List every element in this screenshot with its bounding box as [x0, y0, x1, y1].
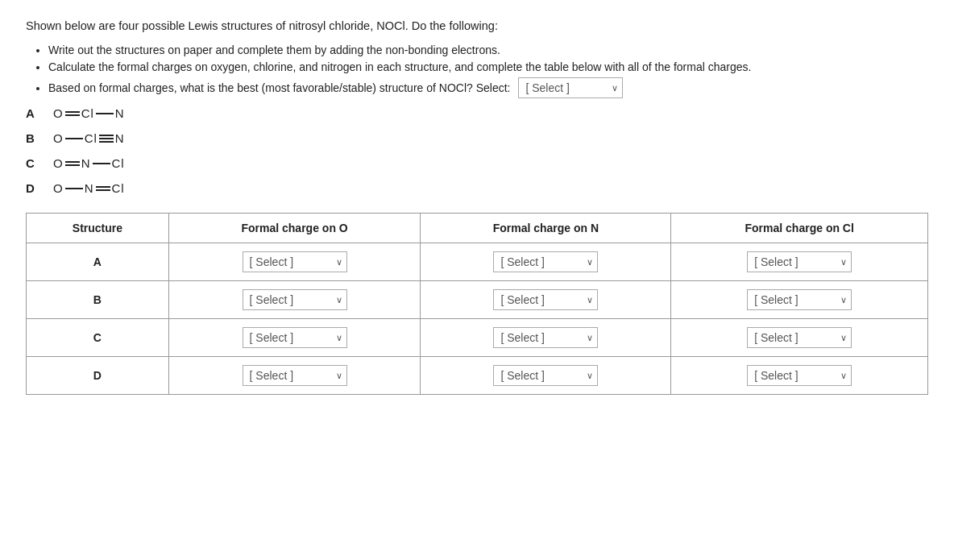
- double-bond-C: [65, 160, 80, 167]
- table-header-row: Structure Formal charge on O Formal char…: [27, 214, 928, 243]
- select-O-A[interactable]: [ Select ]-2-10+1+2: [243, 251, 347, 272]
- col-header-n: Formal charge on N: [421, 214, 671, 243]
- atom-N-D: N: [85, 181, 94, 195]
- atom-O-A: O: [53, 106, 64, 120]
- table-cell-N-D[interactable]: [ Select ]-2-10+1+2: [421, 357, 671, 395]
- select-N-C[interactable]: [ Select ]-2-10+1+2: [493, 327, 598, 348]
- single-bond-D: [65, 188, 83, 189]
- bullet-1: Write out the structures on paper and co…: [48, 44, 928, 56]
- atom-Cl-D: Cl: [112, 181, 125, 195]
- table-row: B[ Select ]-2-10+1+2[ Select ]-2-10+1+2[…: [27, 281, 928, 319]
- select-N-A[interactable]: [ Select ]-2-10+1+2: [493, 251, 598, 272]
- select-Cl-C[interactable]: [ Select ]-2-10+1+2: [747, 327, 852, 348]
- table-cell-N-C[interactable]: [ Select ]-2-10+1+2: [421, 319, 671, 357]
- structure-label-A: A: [26, 106, 44, 120]
- select-wrapper-O-B[interactable]: [ Select ]-2-10+1+2: [243, 289, 347, 310]
- structure-label-C: C: [26, 156, 44, 170]
- select-wrapper-Cl-A[interactable]: [ Select ]-2-10+1+2: [747, 251, 852, 272]
- triple-bond-B: [99, 134, 114, 143]
- atom-N-A: N: [115, 106, 125, 120]
- lewis-structure-A: O Cl N: [53, 106, 125, 120]
- atom-Cl-A: Cl: [81, 106, 94, 120]
- structures-section: A O Cl N B O Cl N C: [26, 106, 928, 195]
- atom-O-C: O: [53, 156, 64, 170]
- single-bond-B: [65, 138, 83, 139]
- best-structure-select-wrapper[interactable]: [ Select ] A B C D: [518, 81, 623, 94]
- bullet-3-text: Based on formal charges, what is the bes…: [48, 81, 510, 94]
- col-header-structure: Structure: [27, 214, 169, 243]
- intro-title: Shown below are four possible Lewis stru…: [26, 19, 928, 32]
- select-Cl-D[interactable]: [ Select ]-2-10+1+2: [747, 365, 852, 386]
- col-header-cl: Formal charge on Cl: [671, 214, 928, 243]
- select-wrapper-N-C[interactable]: [ Select ]-2-10+1+2: [493, 327, 598, 348]
- select-O-B[interactable]: [ Select ]-2-10+1+2: [243, 289, 347, 310]
- table-cell-Cl-D[interactable]: [ Select ]-2-10+1+2: [671, 357, 928, 395]
- bullet-list: Write out the structures on paper and co…: [26, 44, 928, 98]
- table-row: C[ Select ]-2-10+1+2[ Select ]-2-10+1+2[…: [27, 319, 928, 357]
- bullet-3-line: Based on formal charges, what is the bes…: [48, 77, 928, 98]
- table-cell-structure-C: C: [27, 319, 169, 357]
- select-N-B[interactable]: [ Select ]-2-10+1+2: [493, 289, 598, 310]
- table-row: D[ Select ]-2-10+1+2[ Select ]-2-10+1+2[…: [27, 357, 928, 395]
- double-bond-D: [96, 185, 110, 192]
- table-cell-O-A[interactable]: [ Select ]-2-10+1+2: [168, 243, 421, 281]
- double-bond-A: [65, 110, 80, 117]
- atom-O-B: O: [53, 131, 64, 145]
- select-Cl-A[interactable]: [ Select ]-2-10+1+2: [747, 251, 852, 272]
- best-structure-select-container[interactable]: [ Select ] A B C D: [518, 77, 623, 98]
- select-wrapper-Cl-B[interactable]: [ Select ]-2-10+1+2: [747, 289, 852, 310]
- select-O-C[interactable]: [ Select ]-2-10+1+2: [243, 327, 347, 348]
- structure-label-D: D: [26, 181, 44, 195]
- select-wrapper-Cl-C[interactable]: [ Select ]-2-10+1+2: [747, 327, 852, 348]
- col-header-o: Formal charge on O: [168, 214, 421, 243]
- table-cell-structure-B: B: [27, 281, 169, 319]
- atom-O-D: O: [53, 181, 64, 195]
- select-wrapper-N-A[interactable]: [ Select ]-2-10+1+2: [493, 251, 598, 272]
- atom-N-C: N: [81, 156, 91, 170]
- structure-row-D: D O N Cl: [26, 181, 928, 195]
- best-structure-select[interactable]: [ Select ] A B C D: [518, 77, 623, 98]
- table-cell-N-A[interactable]: [ Select ]-2-10+1+2: [421, 243, 671, 281]
- select-wrapper-O-C[interactable]: [ Select ]-2-10+1+2: [243, 327, 347, 348]
- table-cell-O-C[interactable]: [ Select ]-2-10+1+2: [168, 319, 421, 357]
- formal-charges-table: Structure Formal charge on O Formal char…: [26, 213, 928, 395]
- table-cell-Cl-A[interactable]: [ Select ]-2-10+1+2: [671, 243, 928, 281]
- structure-row-C: C O N Cl: [26, 156, 928, 170]
- table-row: A[ Select ]-2-10+1+2[ Select ]-2-10+1+2[…: [27, 243, 928, 281]
- select-Cl-B[interactable]: [ Select ]-2-10+1+2: [747, 289, 852, 310]
- table-cell-O-D[interactable]: [ Select ]-2-10+1+2: [168, 357, 421, 395]
- table-cell-O-B[interactable]: [ Select ]-2-10+1+2: [168, 281, 421, 319]
- structure-label-B: B: [26, 131, 44, 145]
- structure-row-B: B O Cl N: [26, 131, 928, 145]
- select-O-D[interactable]: [ Select ]-2-10+1+2: [243, 365, 347, 386]
- atom-N-B: N: [115, 131, 125, 145]
- table-cell-Cl-C[interactable]: [ Select ]-2-10+1+2: [671, 319, 928, 357]
- lewis-structure-D: O N Cl: [53, 181, 125, 195]
- bullet-2: Calculate the formal charges on oxygen, …: [48, 60, 928, 73]
- select-wrapper-O-D[interactable]: [ Select ]-2-10+1+2: [243, 365, 347, 386]
- lewis-structure-C: O N Cl: [53, 156, 125, 170]
- select-N-D[interactable]: [ Select ]-2-10+1+2: [493, 365, 598, 386]
- table-cell-N-B[interactable]: [ Select ]-2-10+1+2: [421, 281, 671, 319]
- select-wrapper-Cl-D[interactable]: [ Select ]-2-10+1+2: [747, 365, 852, 386]
- select-wrapper-N-D[interactable]: [ Select ]-2-10+1+2: [493, 365, 598, 386]
- single-bond-A: [96, 113, 114, 114]
- select-wrapper-N-B[interactable]: [ Select ]-2-10+1+2: [493, 289, 598, 310]
- atom-Cl-B: Cl: [85, 131, 97, 145]
- table-cell-Cl-B[interactable]: [ Select ]-2-10+1+2: [671, 281, 928, 319]
- table-cell-structure-A: A: [27, 243, 169, 281]
- structure-row-A: A O Cl N: [26, 106, 928, 120]
- atom-Cl-C: Cl: [112, 156, 125, 170]
- single-bond-C: [93, 163, 110, 164]
- lewis-structure-B: O Cl N: [53, 131, 125, 145]
- table-cell-structure-D: D: [27, 357, 169, 395]
- select-wrapper-O-A[interactable]: [ Select ]-2-10+1+2: [243, 251, 347, 272]
